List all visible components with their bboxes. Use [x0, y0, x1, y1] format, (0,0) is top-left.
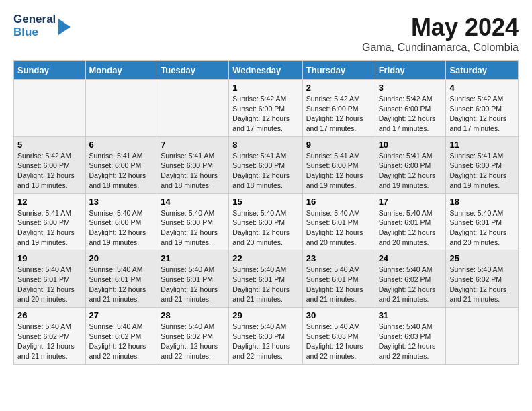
- day-number: 27: [89, 310, 154, 320]
- day-number: 13: [89, 197, 154, 207]
- day-number: 22: [232, 253, 298, 263]
- col-header-friday: Friday: [375, 61, 446, 80]
- day-number: 25: [449, 253, 515, 263]
- day-info: Sunrise: 5:40 AM Sunset: 6:00 PM Dayligh…: [161, 208, 225, 248]
- calendar-cell: 6Sunrise: 5:41 AM Sunset: 6:00 PM Daylig…: [85, 136, 157, 193]
- day-info: Sunrise: 5:40 AM Sunset: 6:01 PM Dayligh…: [17, 265, 82, 304]
- day-number: 16: [306, 197, 371, 207]
- calendar-cell: 23Sunrise: 5:40 AM Sunset: 6:01 PM Dayli…: [302, 250, 375, 308]
- day-info: Sunrise: 5:40 AM Sunset: 6:01 PM Dayligh…: [89, 265, 154, 304]
- day-info: Sunrise: 5:41 AM Sunset: 6:00 PM Dayligh…: [161, 151, 225, 191]
- day-info: Sunrise: 5:40 AM Sunset: 6:02 PM Dayligh…: [161, 322, 225, 361]
- day-info: Sunrise: 5:41 AM Sunset: 6:00 PM Dayligh…: [306, 151, 371, 191]
- calendar-cell: [14, 80, 86, 137]
- calendar-cell: 19Sunrise: 5:40 AM Sunset: 6:01 PM Dayli…: [14, 250, 86, 308]
- day-number: 20: [89, 253, 154, 263]
- calendar-cell: 15Sunrise: 5:40 AM Sunset: 6:00 PM Dayli…: [229, 193, 302, 250]
- calendar-cell: 13Sunrise: 5:40 AM Sunset: 6:00 PM Dayli…: [85, 193, 157, 250]
- subtitle: Gama, Cundinamarca, Colombia: [362, 42, 519, 54]
- day-number: 31: [379, 310, 443, 320]
- day-number: 11: [449, 140, 515, 150]
- day-number: 28: [161, 310, 225, 320]
- calendar-cell: 20Sunrise: 5:40 AM Sunset: 6:01 PM Dayli…: [85, 250, 157, 308]
- calendar-cell: 10Sunrise: 5:41 AM Sunset: 6:00 PM Dayli…: [375, 136, 446, 193]
- day-info: Sunrise: 5:40 AM Sunset: 6:02 PM Dayligh…: [17, 322, 82, 361]
- calendar-cell: 17Sunrise: 5:40 AM Sunset: 6:01 PM Dayli…: [375, 193, 446, 250]
- col-header-thursday: Thursday: [302, 61, 375, 80]
- calendar-cell: 24Sunrise: 5:40 AM Sunset: 6:02 PM Dayli…: [375, 250, 446, 308]
- day-info: Sunrise: 5:40 AM Sunset: 6:02 PM Dayligh…: [89, 322, 154, 361]
- col-header-wednesday: Wednesday: [229, 61, 302, 80]
- day-number: 21: [161, 253, 225, 263]
- day-info: Sunrise: 5:40 AM Sunset: 6:03 PM Dayligh…: [379, 322, 443, 361]
- calendar-cell: 11Sunrise: 5:41 AM Sunset: 6:00 PM Dayli…: [446, 136, 519, 193]
- day-number: 30: [306, 310, 371, 320]
- day-info: Sunrise: 5:40 AM Sunset: 6:01 PM Dayligh…: [306, 208, 371, 248]
- day-info: Sunrise: 5:41 AM Sunset: 6:00 PM Dayligh…: [379, 151, 443, 191]
- day-info: Sunrise: 5:40 AM Sunset: 6:01 PM Dayligh…: [449, 208, 515, 248]
- calendar-cell: 30Sunrise: 5:40 AM Sunset: 6:03 PM Dayli…: [302, 308, 375, 365]
- calendar-cell: 1Sunrise: 5:42 AM Sunset: 6:00 PM Daylig…: [229, 80, 302, 137]
- calendar-cell: 28Sunrise: 5:40 AM Sunset: 6:02 PM Dayli…: [157, 308, 229, 365]
- calendar-cell: 29Sunrise: 5:40 AM Sunset: 6:03 PM Dayli…: [229, 308, 302, 365]
- day-info: Sunrise: 5:40 AM Sunset: 6:00 PM Dayligh…: [89, 208, 154, 248]
- day-info: Sunrise: 5:41 AM Sunset: 6:00 PM Dayligh…: [89, 151, 154, 191]
- logo-arrow-icon: [58, 19, 71, 35]
- calendar-cell: 14Sunrise: 5:40 AM Sunset: 6:00 PM Dayli…: [157, 193, 229, 250]
- calendar-cell: 27Sunrise: 5:40 AM Sunset: 6:02 PM Dayli…: [85, 308, 157, 365]
- day-info: Sunrise: 5:40 AM Sunset: 6:00 PM Dayligh…: [232, 208, 298, 248]
- calendar-cell: 2Sunrise: 5:42 AM Sunset: 6:00 PM Daylig…: [302, 80, 375, 137]
- calendar-cell: 22Sunrise: 5:40 AM Sunset: 6:01 PM Dayli…: [229, 250, 302, 308]
- day-info: Sunrise: 5:41 AM Sunset: 6:00 PM Dayligh…: [449, 151, 515, 191]
- day-info: Sunrise: 5:42 AM Sunset: 6:00 PM Dayligh…: [306, 94, 371, 134]
- col-header-monday: Monday: [85, 61, 157, 80]
- day-info: Sunrise: 5:41 AM Sunset: 6:00 PM Dayligh…: [17, 208, 82, 248]
- day-info: Sunrise: 5:40 AM Sunset: 6:02 PM Dayligh…: [449, 265, 515, 304]
- calendar-cell: 21Sunrise: 5:40 AM Sunset: 6:01 PM Dayli…: [157, 250, 229, 308]
- calendar-cell: 9Sunrise: 5:41 AM Sunset: 6:00 PM Daylig…: [302, 136, 375, 193]
- calendar-cell: 25Sunrise: 5:40 AM Sunset: 6:02 PM Dayli…: [446, 250, 519, 308]
- day-info: Sunrise: 5:40 AM Sunset: 6:03 PM Dayligh…: [232, 322, 298, 361]
- title-block: May 2024 Gama, Cundinamarca, Colombia: [362, 13, 519, 54]
- day-number: 6: [89, 140, 154, 150]
- calendar-cell: [157, 80, 229, 137]
- day-info: Sunrise: 5:42 AM Sunset: 6:00 PM Dayligh…: [379, 94, 443, 134]
- calendar-cell: 4Sunrise: 5:42 AM Sunset: 6:00 PM Daylig…: [446, 80, 519, 137]
- calendar-cell: 12Sunrise: 5:41 AM Sunset: 6:00 PM Dayli…: [14, 193, 86, 250]
- logo: General Blue: [13, 13, 71, 38]
- calendar-cell: 5Sunrise: 5:42 AM Sunset: 6:00 PM Daylig…: [14, 136, 86, 193]
- week-row: 19Sunrise: 5:40 AM Sunset: 6:01 PM Dayli…: [14, 250, 519, 308]
- day-info: Sunrise: 5:42 AM Sunset: 6:00 PM Dayligh…: [449, 94, 515, 134]
- calendar-cell: [446, 308, 519, 365]
- col-header-tuesday: Tuesday: [157, 61, 229, 80]
- col-header-saturday: Saturday: [446, 61, 519, 80]
- day-number: 8: [232, 140, 298, 150]
- day-number: 24: [379, 253, 443, 263]
- col-header-sunday: Sunday: [14, 61, 86, 80]
- day-info: Sunrise: 5:40 AM Sunset: 6:01 PM Dayligh…: [232, 265, 298, 304]
- logo-line1: General: [13, 13, 56, 26]
- calendar-cell: [85, 80, 157, 137]
- day-number: 19: [17, 253, 82, 263]
- calendar-cell: 31Sunrise: 5:40 AM Sunset: 6:03 PM Dayli…: [375, 308, 446, 365]
- day-number: 15: [232, 197, 298, 207]
- day-info: Sunrise: 5:40 AM Sunset: 6:01 PM Dayligh…: [379, 208, 443, 248]
- day-number: 1: [232, 83, 298, 93]
- day-number: 4: [449, 83, 515, 93]
- week-row: 1Sunrise: 5:42 AM Sunset: 6:00 PM Daylig…: [14, 80, 519, 137]
- logo-line2: Blue: [13, 26, 56, 39]
- day-number: 14: [161, 197, 225, 207]
- day-info: Sunrise: 5:41 AM Sunset: 6:00 PM Dayligh…: [232, 151, 298, 191]
- day-info: Sunrise: 5:40 AM Sunset: 6:01 PM Dayligh…: [161, 265, 225, 304]
- calendar-cell: 7Sunrise: 5:41 AM Sunset: 6:00 PM Daylig…: [157, 136, 229, 193]
- calendar-cell: 3Sunrise: 5:42 AM Sunset: 6:00 PM Daylig…: [375, 80, 446, 137]
- calendar-cell: 26Sunrise: 5:40 AM Sunset: 6:02 PM Dayli…: [14, 308, 86, 365]
- calendar-table: SundayMondayTuesdayWednesdayThursdayFrid…: [13, 60, 519, 365]
- page-header: General Blue May 2024 Gama, Cundinamarca…: [13, 13, 519, 54]
- day-number: 17: [379, 197, 443, 207]
- day-number: 10: [379, 140, 443, 150]
- week-row: 12Sunrise: 5:41 AM Sunset: 6:00 PM Dayli…: [14, 193, 519, 250]
- day-info: Sunrise: 5:40 AM Sunset: 6:02 PM Dayligh…: [379, 265, 443, 304]
- day-info: Sunrise: 5:42 AM Sunset: 6:00 PM Dayligh…: [17, 151, 82, 191]
- day-info: Sunrise: 5:40 AM Sunset: 6:03 PM Dayligh…: [306, 322, 371, 361]
